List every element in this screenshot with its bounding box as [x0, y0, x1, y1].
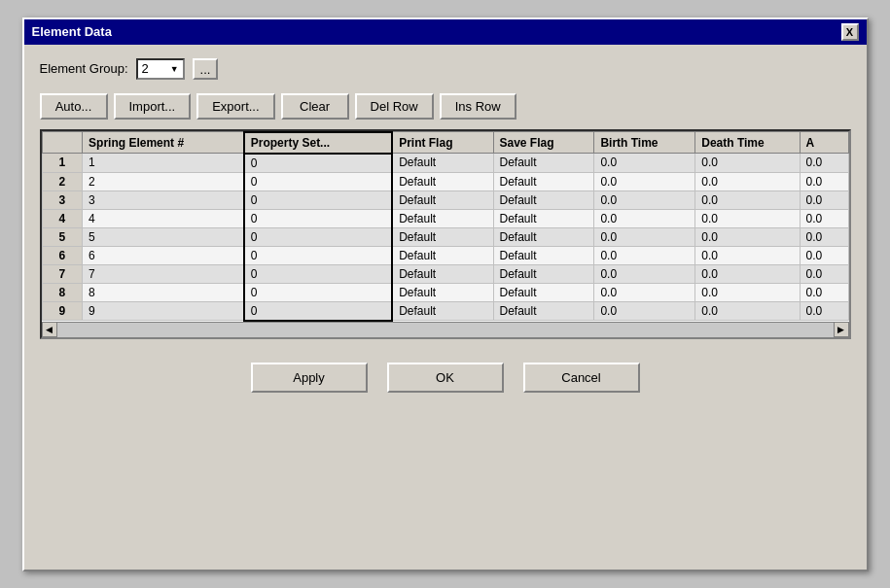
cell-spring[interactable]: 8 — [83, 283, 244, 301]
table-wrapper[interactable]: Spring Element # Property Set... Print F… — [42, 131, 849, 322]
col-header-a: A — [800, 132, 848, 154]
cell-spring[interactable]: 7 — [83, 264, 244, 283]
table-row[interactable]: 6 6 0 Default Default 0.0 0.0 0.0 — [42, 246, 848, 264]
ok-button[interactable]: OK — [387, 363, 504, 393]
cell-spring[interactable]: 4 — [83, 209, 244, 227]
cell-birth[interactable]: 0.0 — [594, 172, 695, 190]
cell-save[interactable]: Default — [493, 264, 594, 283]
cell-a[interactable]: 0.0 — [800, 154, 848, 173]
cell-save[interactable]: Default — [493, 227, 594, 246]
cell-print[interactable]: Default — [392, 190, 493, 209]
import-button[interactable]: Import... — [114, 93, 192, 120]
apply-button[interactable]: Apply — [251, 363, 368, 393]
cell-save[interactable]: Default — [493, 246, 594, 264]
cell-birth[interactable]: 0.0 — [594, 301, 695, 321]
table-row[interactable]: 5 5 0 Default Default 0.0 0.0 0.0 — [42, 227, 848, 246]
cell-property[interactable]: 0 — [244, 190, 392, 209]
cell-save[interactable]: Default — [493, 283, 594, 301]
cell-a[interactable]: 0.0 — [800, 190, 848, 209]
cell-save[interactable]: Default — [493, 190, 594, 209]
table-row[interactable]: 3 3 0 Default Default 0.0 0.0 0.0 — [42, 190, 848, 209]
table-row[interactable]: 1 1 0 Default Default 0.0 0.0 0.0 — [42, 154, 848, 173]
cell-birth[interactable]: 0.0 — [594, 246, 695, 264]
cell-death[interactable]: 0.0 — [695, 264, 800, 283]
cell-a[interactable]: 0.0 — [800, 172, 848, 190]
cell-death[interactable]: 0.0 — [695, 227, 800, 246]
cell-save[interactable]: Default — [493, 172, 594, 190]
cell-print[interactable]: Default — [392, 301, 493, 321]
close-button[interactable]: X — [841, 23, 859, 41]
cell-death[interactable]: 0.0 — [695, 190, 800, 209]
cell-a[interactable]: 0.0 — [800, 209, 848, 227]
cell-death[interactable]: 0.0 — [695, 209, 800, 227]
cell-death[interactable]: 0.0 — [695, 283, 800, 301]
cell-birth[interactable]: 0.0 — [594, 227, 695, 246]
cell-save[interactable]: Default — [493, 154, 594, 173]
cell-birth[interactable]: 0.0 — [594, 283, 695, 301]
cell-print[interactable]: Default — [392, 209, 493, 227]
cell-birth[interactable]: 0.0 — [594, 209, 695, 227]
cell-save[interactable]: Default — [493, 209, 594, 227]
table-row[interactable]: 9 9 0 Default Default 0.0 0.0 0.0 — [42, 301, 848, 321]
cell-spring[interactable]: 1 — [83, 154, 244, 173]
cell-birth[interactable]: 0.0 — [594, 264, 695, 283]
cell-property[interactable]: 0 — [244, 264, 392, 283]
cell-print[interactable]: Default — [392, 246, 493, 264]
table-row[interactable]: 8 8 0 Default Default 0.0 0.0 0.0 — [42, 283, 848, 301]
cell-a[interactable]: 0.0 — [800, 283, 848, 301]
data-table-container: Spring Element # Property Set... Print F… — [40, 129, 851, 339]
cell-spring[interactable]: 9 — [83, 301, 244, 321]
title-bar: Element Data X — [24, 19, 867, 45]
cell-print[interactable]: Default — [392, 283, 493, 301]
cell-a[interactable]: 0.0 — [800, 246, 848, 264]
cell-death[interactable]: 0.0 — [695, 154, 800, 173]
cell-index: 9 — [42, 301, 83, 321]
cell-print[interactable]: Default — [392, 227, 493, 246]
cell-print[interactable]: Default — [392, 264, 493, 283]
cell-birth[interactable]: 0.0 — [594, 154, 695, 173]
table-row[interactable]: 2 2 0 Default Default 0.0 0.0 0.0 — [42, 172, 848, 190]
cell-property[interactable]: 0 — [244, 172, 392, 190]
element-group-select[interactable]: 2 ▼ 2 — [136, 58, 185, 80]
ellipsis-button[interactable]: ... — [193, 58, 219, 80]
cell-death[interactable]: 0.0 — [695, 301, 800, 321]
cell-print[interactable]: Default — [392, 172, 493, 190]
table-row[interactable]: 4 4 0 Default Default 0.0 0.0 0.0 — [42, 209, 848, 227]
col-header-spring: Spring Element # — [83, 132, 244, 154]
export-button[interactable]: Export... — [196, 93, 274, 120]
cancel-button[interactable]: Cancel — [523, 363, 640, 393]
scroll-left-icon[interactable]: ◀ — [42, 322, 57, 337]
cell-property[interactable]: 0 — [244, 154, 392, 173]
scroll-right-icon[interactable]: ▶ — [834, 322, 849, 337]
clear-button[interactable]: Clear — [281, 93, 349, 120]
element-group-row: Element Group: 2 ▼ 2 ... — [40, 58, 851, 80]
col-header-property: Property Set... — [244, 132, 392, 154]
cell-property[interactable]: 0 — [244, 227, 392, 246]
auto-button[interactable]: Auto... — [40, 93, 108, 120]
dialog-body: Element Group: 2 ▼ 2 ... Auto... Import.… — [24, 45, 867, 414]
cell-spring[interactable]: 3 — [83, 190, 244, 209]
cell-index: 4 — [42, 209, 83, 227]
cell-birth[interactable]: 0.0 — [594, 190, 695, 209]
ins-row-button[interactable]: Ins Row — [440, 93, 516, 120]
cell-a[interactable]: 0.0 — [800, 227, 848, 246]
cell-save[interactable]: Default — [493, 301, 594, 321]
cell-spring[interactable]: 6 — [83, 246, 244, 264]
cell-property[interactable]: 0 — [244, 301, 392, 321]
table-row[interactable]: 7 7 0 Default Default 0.0 0.0 0.0 — [42, 264, 848, 283]
h-scroll-track[interactable] — [57, 323, 834, 337]
cell-property[interactable]: 0 — [244, 209, 392, 227]
del-row-button[interactable]: Del Row — [355, 93, 434, 120]
cell-spring[interactable]: 5 — [83, 227, 244, 246]
toolbar: Auto... Import... Export... Clear Del Ro… — [40, 93, 851, 120]
cell-property[interactable]: 0 — [244, 246, 392, 264]
cell-a[interactable]: 0.0 — [800, 264, 848, 283]
cell-death[interactable]: 0.0 — [695, 172, 800, 190]
cell-print[interactable]: Default — [392, 154, 493, 173]
cell-spring[interactable]: 2 — [83, 172, 244, 190]
cell-property[interactable]: 0 — [244, 283, 392, 301]
dialog-title: Element Data — [32, 24, 112, 39]
cell-a[interactable]: 0.0 — [800, 301, 848, 321]
horizontal-scrollbar[interactable]: ◀ ▶ — [42, 322, 849, 337]
cell-death[interactable]: 0.0 — [695, 246, 800, 264]
